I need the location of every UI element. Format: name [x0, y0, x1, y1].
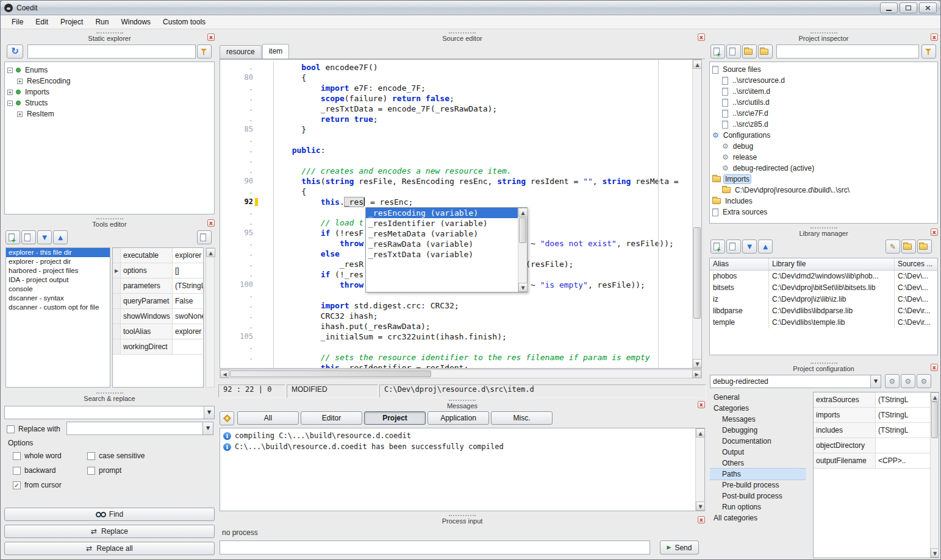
prop-value[interactable]	[876, 438, 930, 453]
panel-grip[interactable]	[96, 218, 123, 219]
panel-grip[interactable]	[449, 32, 476, 34]
tool-item[interactable]: console	[6, 285, 110, 294]
tool-item[interactable]: dscanner - syntax	[6, 294, 110, 303]
tree-item-imports[interactable]: +Imports	[5, 87, 214, 97]
column-header-library-file[interactable]: Library file	[769, 258, 895, 270]
editor-area[interactable]: . bool encodee7F()80 {. import e7F: enco…	[220, 59, 702, 369]
checkbox[interactable]	[87, 467, 95, 475]
prop-value[interactable]: <CPP>..	[876, 453, 930, 468]
menu-item-file[interactable]: File	[5, 16, 29, 28]
prop-value[interactable]	[173, 339, 203, 354]
close-panel-icon[interactable]: x	[698, 34, 705, 41]
config-prop-row[interactable]: outputFilename<CPP>..	[814, 453, 930, 469]
filter-editor-button[interactable]: Editor	[301, 411, 362, 425]
code-line[interactable]: . // sets the resource identifier to the…	[220, 352, 692, 363]
filter-button[interactable]	[921, 44, 936, 58]
scroll-up-icon[interactable]: ▲	[931, 392, 939, 402]
tool-item[interactable]: explorer - project dir	[6, 257, 110, 266]
tool-prop-row[interactable]: ▶options[]	[113, 263, 203, 278]
option-from-cursor[interactable]: ✓from cursor	[13, 478, 87, 492]
tab-resource[interactable]: resource	[220, 45, 262, 58]
checkbox[interactable]	[13, 452, 21, 460]
menu-item-windows[interactable]: Windows	[115, 16, 157, 28]
category-messages[interactable]: Messages	[710, 414, 806, 425]
replace-with-option[interactable]: Replace with	[7, 422, 60, 436]
tool-prop-row[interactable]: queryParametFalse	[113, 294, 203, 309]
filter-all-button[interactable]: All	[237, 411, 299, 425]
tree-item-src-e7f-d[interactable]: ..\src\e7F.d	[710, 108, 937, 119]
library-table[interactable]: AliasLibrary fileSources ... phobosC:\De…	[709, 258, 938, 355]
replace-button[interactable]: ⇄ Replace	[4, 525, 215, 538]
replace-all-button[interactable]: ⇄ Replace all	[4, 542, 215, 555]
completion-item[interactable]: _resIdentifier (variable)	[366, 218, 518, 229]
properties-scrollbar[interactable]: ▲ ▼	[930, 392, 939, 558]
message-item[interactable]: iC:\...\build\resource.d.coedit has been…	[220, 441, 704, 452]
replace-with-checkbox[interactable]	[7, 425, 15, 433]
category-output[interactable]: Output	[710, 447, 806, 458]
column-header-sources[interactable]: Sources ...	[895, 258, 937, 270]
library-row[interactable]: templeC:\Dev\dlibs\temple.libC:\Dev\r...	[710, 317, 937, 328]
config-prop-row[interactable]: includes(TStringL	[814, 423, 930, 438]
scroll-up-icon[interactable]: ▲	[206, 248, 215, 257]
close-panel-icon[interactable]: x	[931, 34, 938, 41]
scroll-thumb[interactable]	[230, 370, 431, 377]
close-panel-icon[interactable]: x	[698, 516, 705, 523]
configuration-property-grid[interactable]: extraSources(TStringLimports(TStringLinc…	[814, 392, 930, 469]
filter-misc-button[interactable]: Misc.	[491, 411, 553, 425]
library-row[interactable]: libdparseC:\Dev\dlibs\libdparse.libC:\De…	[710, 305, 937, 317]
minimize-button[interactable]	[880, 2, 898, 13]
tool-prop-row[interactable]: toolAliasexplorer	[113, 324, 203, 339]
option-whole-word[interactable]: whole word	[13, 448, 87, 463]
category-debugging[interactable]: Debugging	[710, 425, 806, 436]
option-backward[interactable]: backward	[13, 463, 87, 478]
refresh-button[interactable]: ↻	[7, 44, 23, 58]
tree-item-structs[interactable]: −Structs	[5, 97, 214, 108]
send-button[interactable]: ▶ Send	[660, 541, 699, 555]
search-term-combo[interactable]: ▼	[4, 406, 215, 419]
config-prop-row[interactable]: objectDirectory	[814, 438, 930, 453]
menu-item-project[interactable]: Project	[54, 16, 89, 28]
scroll-up-icon[interactable]: ▲	[518, 208, 528, 217]
remove-source-button[interactable]	[726, 44, 741, 58]
scroll-up-icon[interactable]: ▲	[696, 428, 705, 438]
category-post-build-process[interactable]: Post-build process	[710, 491, 806, 502]
edit-library-button[interactable]: ✎	[886, 239, 900, 253]
code-line[interactable]: . import e7F: encode_7F;	[220, 83, 692, 93]
tool-prop-row[interactable]: executableexplorer	[113, 248, 203, 263]
code-line[interactable]: 92 this._res = resEnc;	[220, 197, 692, 207]
panel-grip[interactable]	[810, 363, 837, 364]
tree-item-enums[interactable]: −Enums	[5, 65, 214, 76]
add-library-folder-button[interactable]	[917, 239, 932, 253]
code-line[interactable]: . bool encodee7F()	[220, 62, 692, 73]
tool-item[interactable]: harbored - project files	[6, 266, 110, 275]
add-source-button[interactable]	[710, 44, 725, 58]
prop-value[interactable]: []	[173, 263, 203, 278]
config-prop-row[interactable]: extraSources(TStringL	[814, 392, 930, 408]
completion-list[interactable]: _resEncoding (variable)_resIdentifier (v…	[366, 208, 527, 260]
close-panel-icon[interactable]: x	[207, 34, 215, 41]
menu-item-run[interactable]: Run	[89, 16, 115, 28]
prop-value[interactable]: False	[173, 294, 203, 308]
tree-item-src-resource-d[interactable]: ..\src\resource.d	[710, 75, 937, 86]
checkbox[interactable]	[13, 467, 21, 475]
process-input-field[interactable]	[220, 541, 650, 555]
scroll-down-icon[interactable]: ▼	[693, 359, 702, 368]
tree-item-resitem[interactable]: +ResItem	[5, 108, 214, 119]
replace-term-combo[interactable]: ▼	[66, 422, 213, 435]
checkbox[interactable]: ✓	[13, 481, 21, 489]
code-line[interactable]: . /// creates and encodes a new resource…	[220, 166, 692, 176]
tree-item-includes[interactable]: Includes	[710, 196, 937, 207]
tree-item-debug[interactable]: ⚙debug	[710, 141, 937, 152]
panel-grip[interactable]	[810, 32, 837, 34]
tools-list[interactable]: explorer - this file direxplorer - proje…	[5, 247, 110, 388]
remove-configuration-button[interactable]: ⚙	[917, 374, 931, 388]
tool-prop-row[interactable]: showWindowsswoNone	[113, 309, 203, 324]
open-library-folder-button[interactable]	[901, 239, 916, 253]
tree-item-resencoding[interactable]: +ResEncoding	[5, 76, 214, 87]
open-tool-button[interactable]	[197, 230, 212, 244]
symbol-tree[interactable]: −Enums+ResEncoding+Imports−Structs+ResIt…	[4, 62, 215, 214]
panel-grip[interactable]	[96, 32, 123, 34]
tool-prop-row[interactable]: workingDirect	[113, 339, 203, 355]
code-line[interactable]: . return true;	[220, 114, 692, 124]
category-documentation[interactable]: Documentation	[710, 436, 806, 447]
